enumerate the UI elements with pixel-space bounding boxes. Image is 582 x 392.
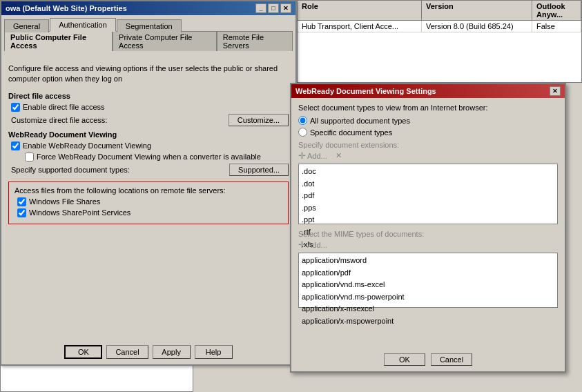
cell-outlook: False <box>532 21 581 32</box>
direct-file-access-header: Direct file access <box>8 92 289 100</box>
mime-label: Select the MIME types of documents: <box>298 230 558 238</box>
force-webready-label: Force WebReady Document Viewing when a c… <box>37 153 261 161</box>
force-webready-row: Force WebReady Document Viewing when a c… <box>8 153 289 161</box>
list-item[interactable]: .dot <box>300 178 556 190</box>
remove-ext-icon: ✕ <box>336 151 342 160</box>
col-role: Role <box>298 1 422 20</box>
titlebar-buttons: _ □ ✕ <box>255 3 291 13</box>
webready-dialog: WebReady Document Viewing Settings ✕ Sel… <box>290 83 566 373</box>
radio-all-types[interactable] <box>298 116 307 125</box>
webready-content: Select document types to view from an In… <box>291 98 565 313</box>
windows-shares-label: Windows File Shares <box>29 197 100 206</box>
close-button[interactable]: ✕ <box>280 3 291 13</box>
customize-button[interactable]: Customize... <box>229 114 289 126</box>
add-ext-icon: ✛ <box>298 150 306 161</box>
list-item[interactable]: application/vnd.ms-excel <box>300 279 556 291</box>
supported-button[interactable]: Supported... <box>229 164 289 176</box>
subtab-private[interactable]: Private Computer File Access <box>113 31 217 51</box>
extensions-listbox[interactable]: .doc .dot .pdf .pps .ppt .rtf .xls <box>298 164 558 224</box>
list-item[interactable]: application/x-msexcel <box>300 303 556 315</box>
access-group-title: Access files from the following location… <box>14 186 282 195</box>
windows-shares-checkbox[interactable] <box>17 197 26 206</box>
list-item[interactable]: .ppt <box>300 214 556 226</box>
tab-segmentation[interactable]: Segmentation <box>117 19 182 32</box>
background-table: Role Version Outlook Anyw... Hub Transpo… <box>297 0 582 83</box>
access-group: Access files from the following location… <box>8 182 289 224</box>
customize-label: Customize direct file access: <box>8 116 107 124</box>
specify-docs-label: Specify supported document types: <box>8 166 130 174</box>
maximize-button[interactable]: □ <box>268 3 279 13</box>
help-button[interactable]: Help <box>195 345 233 359</box>
extensions-label: Specify document extensions: <box>298 141 558 149</box>
col-version: Version <box>422 1 532 20</box>
webready-description: Select document types to view from an In… <box>298 104 558 112</box>
webready-dialog-buttons: OK Cancel <box>291 353 565 366</box>
radio-specific-label: Specific document types <box>310 128 392 137</box>
add-mime-label: Add... <box>307 241 327 249</box>
tab-general[interactable]: General <box>4 19 49 32</box>
add-ext-button: ✛ Add... <box>298 150 327 161</box>
cell-role: Hub Transport, Client Acce... <box>298 21 422 32</box>
list-item[interactable]: application/x-mspowerpoint <box>300 315 556 328</box>
list-item[interactable]: application/pdf <box>300 267 556 280</box>
list-item[interactable]: application/msword <box>300 255 556 267</box>
cancel-button[interactable]: Cancel <box>106 345 148 359</box>
enable-direct-access-row: Enable direct file access <box>8 103 289 112</box>
list-item[interactable]: .pdf <box>300 190 556 202</box>
tab-bar: General Authentication Segmentation <box>1 15 295 31</box>
table-row: Hub Transport, Client Acce... Version 8.… <box>298 21 581 32</box>
webready-header: WebReady Document Viewing <box>8 130 289 139</box>
dialog-title: owa (Default Web Site) Properties <box>6 4 127 12</box>
table-header: Role Version Outlook Anyw... <box>298 1 581 21</box>
customize-row: Customize direct file access: Customize.… <box>8 114 289 126</box>
webready-cancel-button[interactable]: Cancel <box>431 353 472 366</box>
cell-version: Version 8.0 (Build 685.24) <box>422 21 532 32</box>
ok-button[interactable]: OK <box>64 345 102 359</box>
minimize-button[interactable]: _ <box>255 3 266 13</box>
remove-ext-button: ✕ <box>336 151 342 160</box>
radio-all-types-label: All supported document types <box>310 117 410 125</box>
enable-webready-row: Enable WebReady Document Viewing <box>8 141 289 150</box>
main-dialog: owa (Default Web Site) Properties _ □ ✕ … <box>0 0 297 366</box>
webready-titlebar: WebReady Document Viewing Settings ✕ <box>291 84 565 98</box>
radio-all-types-row: All supported document types <box>298 116 558 125</box>
dialog-buttons: OK Cancel Apply Help <box>1 345 295 359</box>
enable-webready-checkbox[interactable] <box>11 141 20 150</box>
apply-button[interactable]: Apply <box>153 345 191 359</box>
windows-shares-row: Windows File Shares <box>14 197 282 206</box>
sharepoint-checkbox[interactable] <box>17 208 26 217</box>
sub-tab-bar: Public Computer File Access Private Comp… <box>4 31 293 51</box>
sharepoint-row: Windows SharePoint Services <box>14 208 282 217</box>
enable-webready-label: Enable WebReady Document Viewing <box>23 141 151 150</box>
specify-docs-row: Specify supported document types: Suppor… <box>8 164 289 176</box>
webready-title: WebReady Document Viewing Settings <box>295 87 436 95</box>
list-item[interactable]: .doc <box>300 166 556 178</box>
add-mime-button: ✛ Add... <box>298 239 327 250</box>
dialog-titlebar: owa (Default Web Site) Properties _ □ ✕ <box>1 1 295 15</box>
force-webready-checkbox[interactable] <box>25 153 34 161</box>
enable-direct-access-checkbox[interactable] <box>11 103 20 112</box>
webready-ok-button[interactable]: OK <box>384 353 425 366</box>
add-ext-row: ✛ Add... ✕ <box>298 150 558 161</box>
list-item[interactable]: application/vnd.ms-powerpoint <box>300 291 556 304</box>
col-outlook: Outlook Anyw... <box>532 1 581 20</box>
sharepoint-label: Windows SharePoint Services <box>29 208 130 217</box>
description-paragraph: Configure file access and viewing option… <box>8 63 289 85</box>
radio-specific[interactable] <box>298 128 307 137</box>
mime-listbox[interactable]: application/msword application/pdf appli… <box>298 253 558 308</box>
add-mime-icon: ✛ <box>298 239 306 250</box>
subtab-remote[interactable]: Remote File Servers <box>217 31 293 51</box>
tab-authentication[interactable]: Authentication <box>50 18 116 32</box>
webready-close-button[interactable]: ✕ <box>550 86 561 96</box>
enable-direct-access-label: Enable direct file access <box>23 103 105 111</box>
add-mime-row: ✛ Add... <box>298 239 558 250</box>
radio-specific-row: Specific document types <box>298 128 558 137</box>
subtab-public[interactable]: Public Computer File Access <box>4 31 113 51</box>
add-ext-label: Add... <box>307 152 327 160</box>
list-item[interactable]: .pps <box>300 202 556 215</box>
dialog-content: Configure file access and viewing option… <box>1 51 295 235</box>
